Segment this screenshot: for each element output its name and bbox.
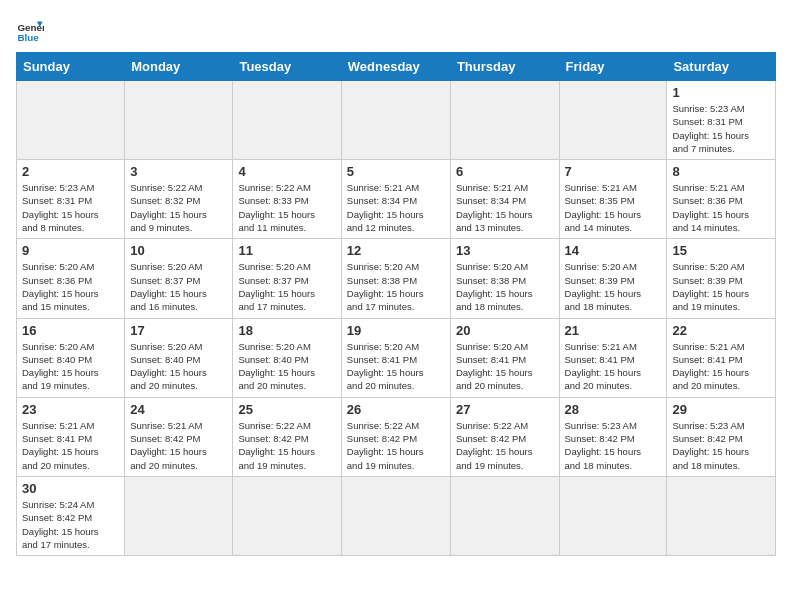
day-number: 13	[456, 243, 554, 258]
calendar-cell: 17Sunrise: 5:20 AM Sunset: 8:40 PM Dayli…	[125, 318, 233, 397]
calendar-cell	[667, 476, 776, 555]
day-info: Sunrise: 5:20 AM Sunset: 8:37 PM Dayligh…	[130, 260, 227, 313]
day-info: Sunrise: 5:24 AM Sunset: 8:42 PM Dayligh…	[22, 498, 119, 551]
day-info: Sunrise: 5:23 AM Sunset: 8:31 PM Dayligh…	[22, 181, 119, 234]
day-number: 2	[22, 164, 119, 179]
header: General Blue	[16, 16, 776, 44]
day-number: 15	[672, 243, 770, 258]
weekday-header-thursday: Thursday	[450, 53, 559, 81]
day-info: Sunrise: 5:21 AM Sunset: 8:41 PM Dayligh…	[22, 419, 119, 472]
day-number: 14	[565, 243, 662, 258]
day-number: 12	[347, 243, 445, 258]
day-number: 26	[347, 402, 445, 417]
day-info: Sunrise: 5:23 AM Sunset: 8:42 PM Dayligh…	[672, 419, 770, 472]
day-number: 16	[22, 323, 119, 338]
calendar-cell: 5Sunrise: 5:21 AM Sunset: 8:34 PM Daylig…	[341, 160, 450, 239]
calendar-cell: 19Sunrise: 5:20 AM Sunset: 8:41 PM Dayli…	[341, 318, 450, 397]
day-number: 1	[672, 85, 770, 100]
weekday-header-tuesday: Tuesday	[233, 53, 341, 81]
calendar-cell: 2Sunrise: 5:23 AM Sunset: 8:31 PM Daylig…	[17, 160, 125, 239]
calendar-cell	[17, 81, 125, 160]
calendar-cell: 11Sunrise: 5:20 AM Sunset: 8:37 PM Dayli…	[233, 239, 341, 318]
logo: General Blue	[16, 16, 44, 44]
calendar-cell: 13Sunrise: 5:20 AM Sunset: 8:38 PM Dayli…	[450, 239, 559, 318]
calendar-cell: 15Sunrise: 5:20 AM Sunset: 8:39 PM Dayli…	[667, 239, 776, 318]
day-info: Sunrise: 5:21 AM Sunset: 8:34 PM Dayligh…	[456, 181, 554, 234]
calendar-cell: 30Sunrise: 5:24 AM Sunset: 8:42 PM Dayli…	[17, 476, 125, 555]
calendar-cell: 3Sunrise: 5:22 AM Sunset: 8:32 PM Daylig…	[125, 160, 233, 239]
day-number: 22	[672, 323, 770, 338]
day-info: Sunrise: 5:22 AM Sunset: 8:33 PM Dayligh…	[238, 181, 335, 234]
day-info: Sunrise: 5:20 AM Sunset: 8:37 PM Dayligh…	[238, 260, 335, 313]
day-info: Sunrise: 5:20 AM Sunset: 8:40 PM Dayligh…	[130, 340, 227, 393]
day-number: 7	[565, 164, 662, 179]
day-number: 30	[22, 481, 119, 496]
day-info: Sunrise: 5:20 AM Sunset: 8:36 PM Dayligh…	[22, 260, 119, 313]
calendar-cell: 6Sunrise: 5:21 AM Sunset: 8:34 PM Daylig…	[450, 160, 559, 239]
calendar-cell: 27Sunrise: 5:22 AM Sunset: 8:42 PM Dayli…	[450, 397, 559, 476]
day-number: 5	[347, 164, 445, 179]
calendar-cell: 7Sunrise: 5:21 AM Sunset: 8:35 PM Daylig…	[559, 160, 667, 239]
day-info: Sunrise: 5:20 AM Sunset: 8:41 PM Dayligh…	[347, 340, 445, 393]
day-number: 8	[672, 164, 770, 179]
calendar-cell: 14Sunrise: 5:20 AM Sunset: 8:39 PM Dayli…	[559, 239, 667, 318]
day-info: Sunrise: 5:21 AM Sunset: 8:35 PM Dayligh…	[565, 181, 662, 234]
calendar-cell: 10Sunrise: 5:20 AM Sunset: 8:37 PM Dayli…	[125, 239, 233, 318]
day-info: Sunrise: 5:22 AM Sunset: 8:32 PM Dayligh…	[130, 181, 227, 234]
weekday-header-saturday: Saturday	[667, 53, 776, 81]
day-number: 17	[130, 323, 227, 338]
day-number: 11	[238, 243, 335, 258]
calendar-cell: 25Sunrise: 5:22 AM Sunset: 8:42 PM Dayli…	[233, 397, 341, 476]
calendar-cell	[233, 81, 341, 160]
day-info: Sunrise: 5:22 AM Sunset: 8:42 PM Dayligh…	[238, 419, 335, 472]
calendar-cell	[233, 476, 341, 555]
day-info: Sunrise: 5:23 AM Sunset: 8:42 PM Dayligh…	[565, 419, 662, 472]
day-number: 28	[565, 402, 662, 417]
calendar-cell: 23Sunrise: 5:21 AM Sunset: 8:41 PM Dayli…	[17, 397, 125, 476]
day-number: 21	[565, 323, 662, 338]
day-number: 19	[347, 323, 445, 338]
calendar-cell	[559, 81, 667, 160]
calendar-cell: 16Sunrise: 5:20 AM Sunset: 8:40 PM Dayli…	[17, 318, 125, 397]
day-info: Sunrise: 5:21 AM Sunset: 8:36 PM Dayligh…	[672, 181, 770, 234]
day-info: Sunrise: 5:20 AM Sunset: 8:38 PM Dayligh…	[456, 260, 554, 313]
day-number: 9	[22, 243, 119, 258]
day-info: Sunrise: 5:21 AM Sunset: 8:34 PM Dayligh…	[347, 181, 445, 234]
calendar-cell	[341, 476, 450, 555]
day-info: Sunrise: 5:20 AM Sunset: 8:39 PM Dayligh…	[672, 260, 770, 313]
calendar-cell: 18Sunrise: 5:20 AM Sunset: 8:40 PM Dayli…	[233, 318, 341, 397]
calendar-table: SundayMondayTuesdayWednesdayThursdayFrid…	[16, 52, 776, 556]
calendar-cell: 21Sunrise: 5:21 AM Sunset: 8:41 PM Dayli…	[559, 318, 667, 397]
day-number: 23	[22, 402, 119, 417]
calendar-cell: 4Sunrise: 5:22 AM Sunset: 8:33 PM Daylig…	[233, 160, 341, 239]
day-number: 25	[238, 402, 335, 417]
calendar-cell: 28Sunrise: 5:23 AM Sunset: 8:42 PM Dayli…	[559, 397, 667, 476]
day-info: Sunrise: 5:21 AM Sunset: 8:41 PM Dayligh…	[672, 340, 770, 393]
weekday-header-friday: Friday	[559, 53, 667, 81]
weekday-header-monday: Monday	[125, 53, 233, 81]
day-number: 3	[130, 164, 227, 179]
day-info: Sunrise: 5:20 AM Sunset: 8:38 PM Dayligh…	[347, 260, 445, 313]
day-info: Sunrise: 5:20 AM Sunset: 8:40 PM Dayligh…	[238, 340, 335, 393]
calendar-cell	[559, 476, 667, 555]
day-number: 4	[238, 164, 335, 179]
day-info: Sunrise: 5:21 AM Sunset: 8:42 PM Dayligh…	[130, 419, 227, 472]
calendar-cell	[125, 81, 233, 160]
calendar-cell: 20Sunrise: 5:20 AM Sunset: 8:41 PM Dayli…	[450, 318, 559, 397]
calendar-cell: 24Sunrise: 5:21 AM Sunset: 8:42 PM Dayli…	[125, 397, 233, 476]
day-number: 18	[238, 323, 335, 338]
day-info: Sunrise: 5:22 AM Sunset: 8:42 PM Dayligh…	[456, 419, 554, 472]
calendar-cell: 26Sunrise: 5:22 AM Sunset: 8:42 PM Dayli…	[341, 397, 450, 476]
calendar-cell: 29Sunrise: 5:23 AM Sunset: 8:42 PM Dayli…	[667, 397, 776, 476]
calendar-cell: 22Sunrise: 5:21 AM Sunset: 8:41 PM Dayli…	[667, 318, 776, 397]
weekday-header-sunday: Sunday	[17, 53, 125, 81]
day-number: 27	[456, 402, 554, 417]
day-info: Sunrise: 5:20 AM Sunset: 8:40 PM Dayligh…	[22, 340, 119, 393]
day-number: 29	[672, 402, 770, 417]
day-info: Sunrise: 5:20 AM Sunset: 8:41 PM Dayligh…	[456, 340, 554, 393]
day-number: 10	[130, 243, 227, 258]
svg-text:Blue: Blue	[17, 32, 39, 43]
calendar-cell	[450, 81, 559, 160]
day-number: 20	[456, 323, 554, 338]
weekday-header-wednesday: Wednesday	[341, 53, 450, 81]
